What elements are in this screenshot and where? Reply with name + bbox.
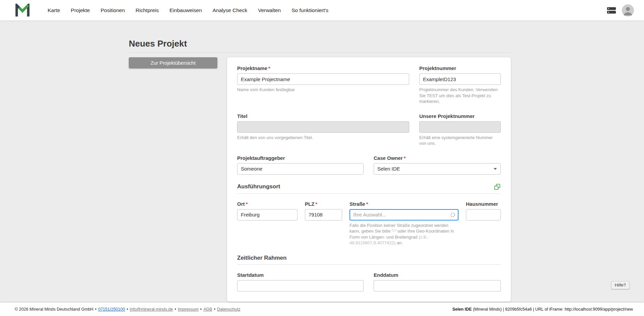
plz-input[interactable]: [305, 209, 342, 220]
footer-left: © 2026 Mineral Minds Deutschland GmbH • …: [15, 307, 240, 312]
case-owner-label: Case Owner*: [374, 155, 501, 161]
titel-label: Titel: [237, 113, 409, 119]
plz-label: PLZ*: [305, 201, 342, 207]
page-title: Neues Projekt: [129, 39, 511, 49]
help-button[interactable]: Hilfe?: [611, 281, 630, 289]
ort-field: Ort*: [237, 201, 298, 246]
nav-item-projekte[interactable]: Projekte: [71, 7, 90, 13]
nav-item-positionen[interactable]: Positionen: [101, 7, 125, 13]
strasse-helper: Falls die Position keiner Straße zugeord…: [350, 223, 459, 246]
server-icon[interactable]: [606, 6, 616, 14]
case-owner-field: Case Owner* Selen IDE: [374, 155, 501, 175]
startdatum-input[interactable]: [237, 280, 364, 292]
section-ausfuehrungsort-title: Ausführungsort: [237, 183, 280, 190]
strasse-label: Straße*: [350, 201, 459, 207]
projektname-input[interactable]: [237, 73, 409, 85]
back-to-projects-button[interactable]: Zur Projektübersicht: [129, 57, 217, 68]
unsere-projektnummer-input: [419, 121, 501, 133]
projektauftraggeber-label: Projektauftraggeber: [237, 155, 364, 161]
ort-label: Ort*: [237, 201, 298, 207]
nav-item-karte[interactable]: Karte: [48, 7, 60, 13]
loading-spinner-icon: [450, 212, 455, 217]
projektnummer-helper: Projektnummer des Kunden. Verwenden Sie …: [419, 87, 501, 105]
projektnummer-label: Projektnummer: [419, 65, 501, 71]
titel-field: Titel Erhält den von uns vorgegebenen Ti…: [237, 113, 409, 146]
mineral-minds-logo-icon: [15, 4, 30, 17]
nav-item-analyse-check[interactable]: Analyse Check: [213, 7, 247, 13]
top-navbar: Karte Projekte Positionen Richtpreis Ein…: [0, 0, 644, 20]
plz-field: PLZ*: [305, 201, 342, 246]
nav-item-richtpreis[interactable]: Richtpreis: [136, 7, 159, 13]
unsere-projektnummer-label: Unsere Projektnummer: [419, 113, 501, 119]
nav-item-verwalten[interactable]: Verwalten: [258, 7, 281, 13]
footer-phone-link[interactable]: 07151/250100: [98, 307, 125, 312]
projektname-field: Projektname* Name vom Kunden festlegbar: [237, 65, 409, 105]
required-asterisk: *: [366, 201, 368, 207]
ort-input[interactable]: [237, 209, 298, 220]
enddatum-field: Enddatum: [374, 272, 501, 292]
copyright-text: © 2026 Mineral Minds Deutschland GmbH: [15, 307, 93, 312]
strasse-field: Straße* Falls die Position keiner Straße…: [350, 201, 459, 246]
footer: © 2026 Mineral Minds Deutschland GmbH • …: [0, 303, 644, 316]
main-content: Neues Projekt Zur Projektübersicht Proje…: [0, 20, 644, 316]
case-owner-selected-value: Selen IDE: [377, 166, 400, 172]
session-details: (Mineral Minds) | 8209b5fc54a6 | URL of …: [472, 307, 633, 312]
section-zeitlicher-rahmen: Zeitlicher Rahmen: [237, 255, 501, 265]
projektnummer-input[interactable]: [419, 73, 501, 85]
projektnummer-field: Projektnummer Projektnummer des Kunden. …: [419, 65, 501, 105]
nav-item-so-funktionierts[interactable]: So funktioniert's: [291, 7, 328, 13]
required-asterisk: *: [246, 201, 248, 207]
footer-impressum-link[interactable]: Impressum: [178, 307, 199, 312]
mineral-minds-logo[interactable]: [15, 4, 30, 17]
titel-helper: Erhält den von uns vorgegebenen Titel.: [237, 135, 409, 141]
session-user: Selen IDE: [452, 307, 472, 312]
projektname-label: Projektname*: [237, 65, 409, 71]
startdatum-field: Startdatum: [237, 272, 364, 292]
required-asterisk: *: [315, 201, 317, 207]
required-asterisk: *: [268, 65, 270, 71]
section-zeitlicher-rahmen-title: Zeitlicher Rahmen: [237, 255, 286, 261]
copy-icon[interactable]: [494, 183, 501, 190]
unsere-projektnummer-field: Unsere Projektnummer Erhält eine systemg…: [419, 113, 501, 146]
left-column: Zur Projektübersicht: [129, 57, 217, 68]
projektauftraggeber-field: Projektauftraggeber: [237, 155, 364, 175]
title-divider: [129, 52, 511, 53]
nav-item-einbauweisen[interactable]: Einbauweisen: [169, 7, 202, 13]
hausnummer-label: Hausnummer: [466, 201, 501, 207]
case-owner-select[interactable]: Selen IDE: [374, 163, 501, 175]
hausnummer-input[interactable]: [466, 209, 501, 220]
unsere-projektnummer-helper: Erhält eine systemgenerierte Nummer von …: [419, 135, 501, 146]
required-asterisk: *: [404, 155, 406, 161]
main-nav: Karte Projekte Positionen Richtpreis Ein…: [48, 7, 328, 13]
chevron-down-icon: [493, 168, 497, 170]
session-info: Selen IDE (Mineral Minds) | 8209b5fc54a6…: [452, 307, 633, 312]
enddatum-input[interactable]: [374, 280, 501, 292]
section-ausfuehrungsort: Ausführungsort: [237, 183, 501, 194]
projektauftraggeber-input[interactable]: [237, 163, 364, 175]
titel-input: [237, 121, 409, 133]
hausnummer-field: Hausnummer: [466, 201, 501, 246]
projektname-helper: Name vom Kunden festlegbar: [237, 87, 409, 93]
enddatum-label: Enddatum: [374, 272, 501, 278]
footer-agb-link[interactable]: AGB: [203, 307, 212, 312]
user-avatar[interactable]: [622, 4, 634, 16]
footer-datenschutz-link[interactable]: Datenschutz: [217, 307, 240, 312]
project-form-card: Projektname* Name vom Kunden festlegbar …: [227, 57, 511, 302]
strasse-input[interactable]: [350, 209, 459, 220]
navbar-right: [606, 4, 634, 16]
startdatum-label: Startdatum: [237, 272, 364, 278]
footer-email-link[interactable]: info@mineral-minds.de: [130, 307, 173, 312]
